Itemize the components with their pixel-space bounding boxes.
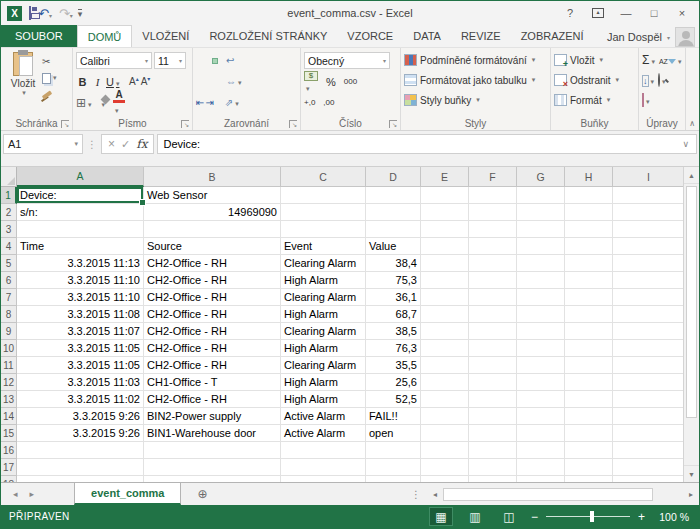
format-painter-button[interactable] [42, 88, 57, 102]
cell-C9[interactable]: Clearing Alarm [281, 323, 366, 340]
cell-G7[interactable] [517, 289, 565, 306]
cell-B16[interactable] [144, 442, 281, 459]
cell-F2[interactable] [469, 204, 517, 221]
cell-E13[interactable] [421, 391, 469, 408]
paste-button[interactable]: Vložit [4, 50, 42, 116]
cell-C16[interactable] [281, 442, 366, 459]
tab-scrollbar-splitter-icon[interactable]: ⋮ [405, 483, 427, 505]
cell-I15[interactable] [613, 425, 683, 442]
cell-F3[interactable] [469, 221, 517, 238]
cell-C15[interactable]: Active Alarm [281, 425, 366, 442]
cell-E4[interactable] [421, 238, 469, 255]
accounting-format-button[interactable]: $ [304, 71, 318, 93]
cell-C12[interactable]: High Alarm [281, 374, 366, 391]
cell-G12[interactable] [517, 374, 565, 391]
cell-D10[interactable]: 76,3 [366, 340, 421, 357]
number-format-select[interactable]: Obecný▾ [304, 52, 390, 69]
wrap-text-button[interactable]: ↩ [226, 55, 234, 66]
cell-B12[interactable]: CH1-Office - T [144, 374, 281, 391]
scroll-down-icon[interactable]: ▼ [684, 465, 699, 482]
cell-A3[interactable] [17, 221, 144, 238]
cell-G17[interactable] [517, 459, 565, 476]
cell-A4[interactable]: Time [17, 238, 144, 255]
cell-D8[interactable]: 68,7 [366, 306, 421, 323]
cell-F4[interactable] [469, 238, 517, 255]
cell-I9[interactable] [613, 323, 683, 340]
cell-C6[interactable]: High Alarm [281, 272, 366, 289]
cell-A9[interactable]: 3.3.2015 11:07 [17, 323, 144, 340]
cell-H17[interactable] [565, 459, 613, 476]
cell-B1[interactable]: Web Sensor [144, 187, 281, 204]
alignment-dialog-launcher-icon[interactable]: ↘ [289, 120, 297, 128]
cell-H10[interactable] [565, 340, 613, 357]
cell-F9[interactable] [469, 323, 517, 340]
cell-A2[interactable]: s/n: [17, 204, 144, 221]
cell-D14[interactable]: FAIL!! [366, 408, 421, 425]
cell-B7[interactable]: CH2-Office - RH [144, 289, 281, 306]
cell-E7[interactable] [421, 289, 469, 306]
redo-button[interactable]: ↷▾ [59, 7, 73, 20]
insert-function-icon[interactable]: fx [136, 137, 147, 151]
cell-G8[interactable] [517, 306, 565, 323]
tab-file[interactable]: SOUBOR [1, 25, 77, 47]
cell-E11[interactable] [421, 357, 469, 374]
column-header-D[interactable]: D [366, 167, 421, 187]
align-bottom-button[interactable] [212, 58, 218, 64]
cancel-icon[interactable]: × [108, 137, 115, 151]
view-page-layout-button[interactable]: ▥ [463, 507, 487, 526]
cell-G2[interactable] [517, 204, 565, 221]
cell-B8[interactable]: CH2-Office - RH [144, 306, 281, 323]
enter-icon[interactable]: ✓ [121, 138, 130, 151]
cell-I16[interactable] [613, 442, 683, 459]
cell-H2[interactable] [565, 204, 613, 221]
tab-insert[interactable]: VLOŽENÍ [132, 25, 199, 47]
row-header-15[interactable]: 15 [1, 425, 17, 442]
cell-I14[interactable] [613, 408, 683, 425]
column-header-F[interactable]: F [469, 167, 517, 187]
cell-B17[interactable] [144, 459, 281, 476]
cell-G1[interactable] [517, 187, 565, 204]
tab-page-layout[interactable]: ROZLOŽENÍ STRÁNKY [199, 25, 337, 47]
vertical-scrollbar[interactable]: ▲ ▼ [683, 167, 699, 482]
customize-qat-icon[interactable]: ▾ [78, 9, 83, 18]
cell-H11[interactable] [565, 357, 613, 374]
tab-review[interactable]: REVIZE [451, 25, 511, 47]
cell-A10[interactable]: 3.3.2015 11:05 [17, 340, 144, 357]
cell-A1[interactable]: Device: [17, 187, 144, 204]
cell-D12[interactable]: 25,6 [366, 374, 421, 391]
cell-H6[interactable] [565, 272, 613, 289]
row-header-6[interactable]: 6 [1, 272, 17, 289]
clear-button[interactable] [642, 94, 650, 106]
cell-H16[interactable] [565, 442, 613, 459]
cell-G9[interactable] [517, 323, 565, 340]
column-header-I[interactable]: I [613, 167, 683, 187]
cell-F16[interactable] [469, 442, 517, 459]
cell-I8[interactable] [613, 306, 683, 323]
cell-D6[interactable]: 75,3 [366, 272, 421, 289]
percent-style-button[interactable]: % [326, 76, 336, 88]
shrink-font-button[interactable]: A▾ [141, 75, 151, 87]
cell-I3[interactable] [613, 221, 683, 238]
cell-A15[interactable]: 3.3.2015 9:26 [17, 425, 144, 442]
column-header-E[interactable]: E [421, 167, 469, 187]
cell-F6[interactable] [469, 272, 517, 289]
cell-E2[interactable] [421, 204, 469, 221]
cell-G6[interactable] [517, 272, 565, 289]
cell-C3[interactable] [281, 221, 366, 238]
cell-A14[interactable]: 3.3.2015 9:26 [17, 408, 144, 425]
cell-B6[interactable]: CH2-Office - RH [144, 272, 281, 289]
ribbon-display-options-button[interactable]: ▴ [585, 3, 611, 23]
row-header-14[interactable]: 14 [1, 408, 17, 425]
orientation-button[interactable]: ⇗ [225, 97, 239, 108]
horizontal-scroll-track[interactable] [443, 487, 683, 502]
cell-B3[interactable] [144, 221, 281, 238]
cell-C14[interactable]: Active Alarm [281, 408, 366, 425]
sheet-nav-left-icon[interactable]: ◂ [13, 489, 18, 499]
cell-D16[interactable] [366, 442, 421, 459]
name-box[interactable]: A1▾ [3, 134, 83, 154]
cell-H1[interactable] [565, 187, 613, 204]
increase-decimal-button[interactable]: +,0 [304, 98, 315, 107]
cell-F7[interactable] [469, 289, 517, 306]
cell-E9[interactable] [421, 323, 469, 340]
row-header-5[interactable]: 5 [1, 255, 17, 272]
